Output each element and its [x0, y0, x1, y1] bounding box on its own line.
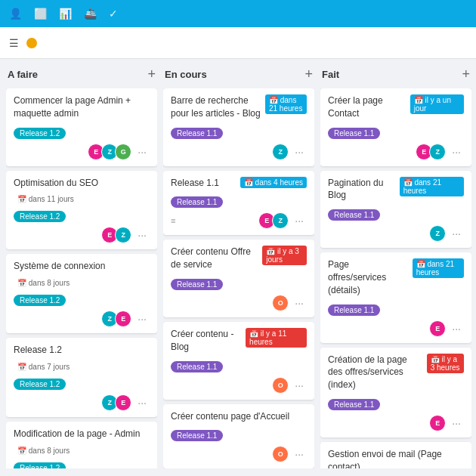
card-title: Créer la page Contact	[328, 94, 407, 120]
tag-badge: Release 1.2	[14, 295, 66, 306]
more-options-button[interactable]: ···	[134, 396, 150, 410]
avatar: E	[115, 394, 131, 411]
person-icon[interactable]: 👤	[9, 8, 22, 20]
cards-container: Créer la page Contact 📅 il y a un jour R…	[320, 88, 471, 468]
card[interactable]: Optimisation du SEO 📅 dans 11 jours Rele…	[6, 171, 157, 250]
card[interactable]: Création de la page des offres/services …	[320, 348, 471, 437]
card-footer: E ···	[328, 320, 464, 337]
card[interactable]: Créer contenu Offre de service 📅 il y a …	[163, 240, 314, 317]
tag-badge: Release 1.1	[171, 128, 223, 139]
chart-icon[interactable]: 📊	[59, 8, 72, 20]
column-fait: Fait + Créer la page Contact 📅 il y a un…	[320, 66, 471, 468]
avatar: E	[429, 415, 446, 431]
card-title: Pagination du Blog	[328, 177, 397, 202]
avatar: Z	[272, 212, 289, 229]
cards-container: Barre de recherche pour les articles - B…	[163, 88, 314, 468]
more-options-button[interactable]: ···	[292, 447, 307, 461]
tag-badge: Release 1.1	[171, 430, 223, 441]
card[interactable]: Release 1.2 📅 dans 7 jours Release 1.2 Z…	[6, 338, 157, 417]
avatars: EZG	[88, 144, 131, 160]
more-options-button[interactable]: ···	[449, 227, 464, 240]
avatar: Z	[115, 227, 131, 243]
card[interactable]: Pagination du Blog 📅 dans 21 heures Rele…	[320, 171, 471, 249]
tag-badge: Release 1.2	[14, 462, 66, 468]
date-badge: 📅 dans 4 heures	[240, 177, 307, 188]
cards-container: Commencer la page Admin + maquette admin…	[6, 88, 157, 468]
more-options-button[interactable]: ···	[292, 145, 307, 159]
tag-badge: Release 1.1	[328, 209, 380, 221]
column-header: A faire +	[6, 66, 157, 82]
column-title: Fait	[322, 69, 339, 80]
card-footer: Z ···	[171, 144, 307, 160]
avatars: ZE	[101, 311, 131, 327]
date-badge: 📅 dans 21 heures	[265, 94, 307, 114]
avatars: E	[429, 320, 446, 337]
settings-icon[interactable]: 🚢	[84, 8, 97, 20]
date-badge: 📅 dans 8 jours	[14, 277, 73, 289]
column-title: En cours	[165, 69, 207, 80]
lines-icon: ≡	[171, 216, 175, 225]
kanban-board: A faire + Commencer la page Admin + maqu…	[0, 59, 476, 476]
card[interactable]: Modification de la page - Admin 📅 dans 8…	[6, 422, 157, 468]
more-options-button[interactable]: ···	[449, 322, 464, 335]
check-icon[interactable]: ✓	[109, 8, 118, 20]
card-footer: Z ···	[328, 225, 464, 242]
avatars: EZ	[416, 144, 446, 160]
card-title: Release 1.1	[171, 177, 219, 190]
date-badge: 📅 il y a un jour	[410, 94, 464, 114]
avatar: G	[115, 144, 131, 160]
card-title: Créer contenu Offre de service	[171, 246, 259, 271]
column-add-button[interactable]: +	[462, 66, 470, 82]
card-footer: O ···	[171, 377, 307, 394]
date-badge: 📅 il y a 3 heures	[427, 354, 464, 373]
avatar: O	[272, 377, 289, 394]
card[interactable]: Release 1.1 📅 dans 4 heures Release 1.1 …	[163, 171, 314, 236]
tag-badge: Release 1.1	[171, 279, 223, 290]
card[interactable]: Barre de recherche pour les articles - B…	[163, 88, 314, 166]
avatars: O	[272, 446, 289, 462]
hamburger-icon[interactable]: ☰	[9, 37, 19, 49]
avatars: O	[272, 377, 289, 394]
more-options-button[interactable]: ···	[134, 312, 150, 326]
card-footer: O ···	[171, 295, 307, 311]
card[interactable]: Système de connexion 📅 dans 8 jours Rele…	[6, 254, 157, 333]
column-add-button[interactable]: +	[147, 66, 156, 82]
tag-badge: Release 1.1	[328, 399, 380, 410]
more-options-button[interactable]: ···	[292, 296, 307, 310]
avatar: Z	[272, 144, 289, 160]
card-title: Gestion envoi de mail (Page contact)	[328, 448, 464, 468]
more-options-button[interactable]: ···	[134, 228, 150, 242]
avatars: O	[272, 295, 289, 311]
calendar-icon[interactable]: ⬜	[34, 8, 47, 20]
more-options-button[interactable]: ···	[134, 145, 150, 159]
card-title: Système de connexion	[14, 260, 150, 273]
card[interactable]: Créer contenu - Blog 📅 il y a 11 heures …	[163, 322, 314, 400]
avatars: EZ	[101, 227, 131, 243]
card-title: Création de la page des offres/services …	[328, 354, 424, 391]
more-options-button[interactable]: ···	[449, 416, 464, 430]
column-add-button[interactable]: +	[304, 66, 313, 82]
top-nav: 👤 ⬜ 📊 🚢 ✓	[0, 0, 476, 27]
column-header: Fait +	[320, 66, 471, 82]
avatar: E	[115, 311, 131, 327]
card[interactable]: Commencer la page Admin + maquette admin…	[6, 88, 157, 166]
tag-badge: Release 1.1	[171, 196, 223, 208]
card[interactable]: Créer la page Contact 📅 il y a un jour R…	[320, 88, 471, 166]
card-title: Page offres/services (détails)	[328, 258, 410, 296]
card[interactable]: Page offres/services (détails) 📅 dans 21…	[320, 252, 471, 342]
avatar: E	[429, 320, 446, 337]
card-footer: ≡ EZ ···	[171, 212, 307, 229]
card[interactable]: Gestion envoi de mail (Page contact) Rel…	[320, 442, 471, 468]
more-options-button[interactable]: ···	[292, 379, 307, 392]
date-badge: 📅 dans 11 jours	[14, 193, 78, 205]
card-footer: EZ ···	[14, 227, 150, 243]
more-options-button[interactable]: ···	[449, 145, 464, 159]
tag-badge: Release 1.2	[14, 128, 66, 139]
card-footer: O ···	[171, 446, 307, 462]
card[interactable]: Créer contenu page d'Accueil Release 1.1…	[163, 404, 314, 468]
column-title: A faire	[8, 69, 38, 80]
more-options-button[interactable]: ···	[292, 214, 307, 227]
card-footer: EZG ···	[14, 144, 150, 160]
date-badge: 📅 dans 8 jours	[14, 445, 73, 456]
avatar: O	[272, 446, 289, 462]
